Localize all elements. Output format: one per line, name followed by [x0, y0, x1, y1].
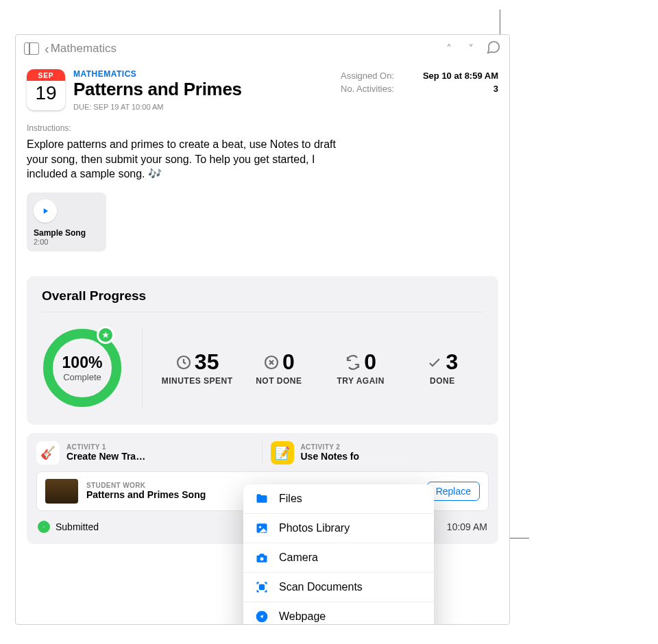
back-button[interactable]: ‹ Mathematics	[45, 41, 117, 57]
sidebar-toggle-icon[interactable]	[24, 42, 39, 55]
chevron-down-icon[interactable]: ˅	[468, 42, 474, 55]
progress-percent-label: Complete	[63, 372, 101, 382]
assignment-meta: Assigned On: Sep 10 at 8:59 AM No. Activ…	[341, 69, 498, 111]
stat-value: 3	[446, 349, 458, 375]
menu-item-scan[interactable]: Scan Documents	[243, 573, 434, 602]
menu-item-label: Photos Library	[279, 522, 350, 534]
title-block: MATHEMATICS Patterns and Primes DUE: SEP…	[73, 69, 242, 111]
stat-value: 0	[282, 349, 295, 375]
student-work-label: STUDENT WORK	[86, 482, 206, 489]
attach-menu-popup: Files Photos Library Camera Scan Documen…	[243, 484, 434, 625]
subject-label: MATHEMATICS	[73, 69, 242, 79]
menu-item-webpage[interactable]: Webpage	[243, 602, 434, 625]
chat-icon[interactable]	[486, 40, 501, 58]
activity-title: Use Notes fo	[301, 451, 360, 462]
play-icon[interactable]	[34, 199, 57, 223]
prev-next-nav: ˄ ˅	[446, 42, 474, 55]
progress-percent: 100%	[62, 354, 103, 372]
submission-status-text: Submitted	[56, 521, 99, 532]
chevron-up-icon[interactable]: ˄	[446, 42, 452, 55]
attachment-sample-song[interactable]: Sample Song 2:00	[27, 193, 106, 251]
menu-item-files[interactable]: Files	[243, 484, 434, 514]
menu-item-label: Files	[279, 493, 302, 505]
menu-item-label: Scan Documents	[279, 581, 363, 593]
stat-label: DONE	[402, 376, 483, 386]
menu-item-photos[interactable]: Photos Library	[243, 514, 434, 543]
menu-item-camera[interactable]: Camera	[243, 543, 434, 573]
stat-try-again: 0 TRY AGAIN	[320, 349, 402, 386]
activity-1[interactable]: 🎸 ACTIVITY 1 Create New Tra…	[36, 441, 263, 465]
garageband-icon: 🎸	[36, 441, 60, 465]
instructions-text: Explore patterns and primes to create a …	[16, 137, 509, 182]
compass-icon	[254, 610, 269, 623]
notes-icon: 📝	[271, 441, 294, 465]
back-label: Mathematics	[51, 42, 117, 55]
stat-value: 0	[364, 349, 376, 375]
num-activities-label: No. Activities:	[341, 84, 394, 94]
svg-rect-7	[260, 585, 265, 590]
assigned-on-value: Sep 10 at 8:59 AM	[423, 71, 498, 81]
assignment-header: SEP 19 MATHEMATICS Patterns and Primes D…	[16, 62, 509, 111]
camera-icon	[254, 551, 269, 565]
menu-item-label: Camera	[279, 552, 318, 564]
assignment-title: Patterns and Primes	[73, 79, 242, 100]
stat-not-done: 0 NOT DONE	[238, 349, 319, 386]
stat-label: TRY AGAIN	[320, 376, 402, 386]
stat-minutes-spent: 35 MINUTES SPENT	[156, 349, 238, 386]
assigned-on-label: Assigned On:	[341, 71, 394, 81]
folder-icon	[254, 492, 269, 506]
student-work-title: Patterns and Primes Song	[86, 489, 206, 500]
calendar-day: 19	[27, 81, 65, 104]
num-activities-value: 3	[494, 84, 498, 94]
menu-item-label: Webpage	[279, 610, 326, 623]
due-label: DUE: SEP 19 AT 10:00 AM	[73, 103, 242, 111]
instructions-label: Instructions:	[16, 111, 509, 137]
attachment-name: Sample Song	[34, 228, 99, 238]
top-nav: ‹ Mathematics ˄ ˅	[16, 35, 509, 62]
stat-label: NOT DONE	[238, 376, 319, 386]
not-done-icon	[263, 354, 280, 371]
stat-label: MINUTES SPENT	[156, 376, 238, 386]
activity-label: ACTIVITY 2	[301, 443, 360, 451]
app-screen: ‹ Mathematics ˄ ˅ SEP 19 MATHEMATICS Pat…	[15, 34, 510, 625]
overall-progress-card: Overall Progress 100% Complete	[27, 276, 498, 425]
scan-icon	[254, 580, 269, 594]
retry-icon	[345, 354, 361, 371]
calendar-month: SEP	[27, 69, 65, 81]
checkmark-icon	[426, 354, 443, 371]
progress-heading: Overall Progress	[42, 288, 483, 312]
stat-value: 35	[195, 349, 219, 375]
svg-point-6	[260, 557, 264, 560]
attachment-duration: 2:00	[34, 238, 99, 246]
stat-done: 3 DONE	[402, 349, 483, 386]
calendar-icon: SEP 19	[27, 69, 65, 110]
replace-button[interactable]: Replace	[427, 482, 480, 501]
student-work-thumbnail	[45, 479, 78, 504]
svg-point-5	[259, 526, 261, 528]
submission-time: 10:09 AM	[447, 521, 487, 532]
photos-icon	[254, 521, 269, 535]
activity-label: ACTIVITY 1	[66, 443, 145, 451]
chevron-left-icon: ‹	[45, 41, 49, 57]
activity-2[interactable]: 📝 ACTIVITY 2 Use Notes fo	[271, 441, 489, 465]
check-circle-icon	[38, 521, 50, 533]
activity-title: Create New Tra…	[66, 451, 145, 462]
progress-ring: 100% Complete	[42, 327, 123, 408]
clock-icon	[175, 354, 192, 371]
